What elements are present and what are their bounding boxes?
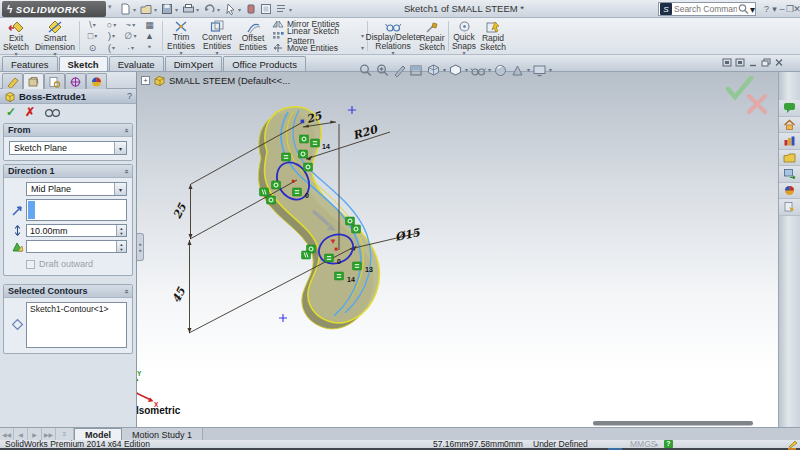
circle-tool[interactable]: ○▾ [107,20,116,30]
search-flyout-icon[interactable]: ▾ [750,4,755,15]
tab-dimxpert[interactable]: DimXpert [165,56,223,71]
solidworks-logo[interactable]: ϟSOLIDWORKS [2,1,106,17]
smart-dimension-flyout-icon[interactable]: ▾ [53,51,56,57]
display-style-flyout-icon[interactable]: ▾ [465,67,468,73]
view-settings-icon[interactable] [532,63,547,78]
rectangle-tool[interactable]: □▾ [88,31,97,41]
contour-listbox[interactable]: Sketch1-Contour<1> [26,302,127,348]
select-pointer-icon[interactable] [223,2,237,16]
logo-flyout-icon[interactable]: ▾ [108,3,112,11]
open-flyout-icon[interactable]: ▾ [154,6,157,13]
graphics-area[interactable]: 25 R20 Ø15 25 45 14 [137,72,778,427]
open-document-icon[interactable] [139,2,153,16]
trim-entities-button[interactable]: Trim Entities ▾ [164,18,198,54]
exit-sketch-flyout-icon[interactable]: ▾ [14,51,17,57]
file-properties-icon[interactable] [274,2,288,16]
from-select[interactable]: Sketch Plane▾ [9,141,127,155]
tab-dimxpertmanager[interactable] [65,73,86,89]
quick-snaps-flyout-icon[interactable]: ▾ [462,50,465,56]
sketch-picture-tool[interactable]: ▦ [145,20,154,30]
convert-flyout-icon[interactable]: ▾ [215,50,218,56]
close-button[interactable]: ✕ [793,2,800,15]
tab-configurationmanager[interactable] [44,73,65,89]
slot-tool[interactable]: ⊙ [89,43,97,53]
repair-sketch-button[interactable]: Repair Sketch [417,18,447,54]
search-input[interactable] [674,4,737,14]
tab-displaymanager[interactable] [86,73,107,89]
depth-spin-buttons[interactable]: ▴▾ [116,225,126,236]
doc-window-icon[interactable] [722,58,732,67]
resources-tab[interactable] [779,117,800,134]
direction-reference-field[interactable] [26,199,127,221]
pm-ok-button[interactable]: ✓ [6,105,16,119]
quick-snaps-button[interactable]: Quick Snaps ▾ [450,18,478,54]
tab-propertymanager[interactable] [23,73,44,89]
pm-cancel-button[interactable]: ✗ [25,105,35,119]
depth-spinner[interactable]: 10.00mm▴▾ [26,224,127,237]
polygon-tool[interactable]: ▲ [145,31,154,41]
options-icon[interactable] [259,2,273,16]
new-flyout-icon[interactable]: ▾ [133,6,136,13]
rebuild-icon[interactable] [244,2,258,16]
hide-show-items-icon[interactable] [470,63,486,78]
contour-item[interactable]: Sketch1-Contour<1> [30,304,108,314]
move-entities-flyout-icon[interactable]: ▾ [361,45,364,51]
dimension-label[interactable]: 45 [170,284,189,305]
linear-pattern-button[interactable]: Linear Sketch Pattern ▾ [272,31,364,42]
tab-features[interactable]: Features [2,56,58,71]
display-delete-relations-button[interactable]: Display/Delete Relations ▾ [369,18,417,54]
units-selector[interactable]: MMGS [630,440,656,448]
arc3pt-tool[interactable]: (▾ [108,43,115,53]
rapid-sketch-button[interactable]: Rapid Sketch [478,18,508,54]
edit-appearance-icon[interactable] [493,63,508,78]
offset-entities-button[interactable]: Offset Entities [236,18,270,54]
minimize-button[interactable]: – [778,2,786,15]
spline-tool[interactable]: ~▾ [126,20,135,30]
doc-close-icon[interactable] [774,58,784,67]
pm-preview-icon[interactable] [44,107,60,118]
confirm-cancel-icon[interactable] [749,96,765,112]
group-from-header[interactable]: From» [4,124,132,137]
undo-icon[interactable] [202,2,216,16]
tree-root-label[interactable]: SMALL STEEM (Default<<... [169,75,290,86]
linear-pattern-flyout-icon[interactable]: ▾ [361,33,364,39]
collapse-chevron-icon[interactable]: » [121,128,130,132]
status-help-icon[interactable]: ? [664,440,673,448]
exit-sketch-button[interactable]: Exit Sketch ▾ [0,18,32,54]
smart-dimension-button[interactable]: Smart Dimension ▾ [32,18,78,54]
doc-minimize-icon[interactable] [748,58,758,67]
print-flyout-icon[interactable]: ▾ [196,6,199,13]
select-flyout-icon[interactable]: ▾ [238,6,241,13]
draft-outward-checkbox[interactable] [26,260,35,269]
doc-window2-icon[interactable] [735,58,745,67]
search-icon[interactable] [737,3,750,15]
view-settings-flyout-icon[interactable]: ▾ [549,67,552,73]
file-explorer-tab[interactable] [779,150,800,167]
end-condition-select[interactable]: Mid Plane▾ [26,182,127,196]
view-orientation-flyout-icon[interactable]: ▾ [443,67,446,73]
forum-tab[interactable] [779,100,800,117]
end-condition-arrow-icon[interactable]: ▾ [114,183,126,195]
fillet-tool[interactable]: ·▾ [127,43,134,53]
custom-properties-tab[interactable] [779,199,800,216]
tab-sketch[interactable]: Sketch [59,56,108,71]
line-tool[interactable]: \▾ [89,20,96,30]
move-entities-button[interactable]: Move Entities ▾ [272,43,364,54]
dimension-label[interactable]: Ø15 [394,226,422,244]
undo-flyout-icon[interactable]: ▾ [217,6,220,13]
doc-restore-icon[interactable] [761,58,771,67]
zoom-area-icon[interactable] [375,63,390,78]
confirm-ok-icon[interactable] [728,78,751,97]
collapse-chevron-icon[interactable]: » [121,289,130,293]
tree-expander-icon[interactable]: + [141,76,150,85]
from-select-arrow-icon[interactable]: ▾ [114,142,126,154]
ellipse-tool[interactable]: ∅▾ [125,31,137,41]
tab-office-products[interactable]: Office Products [223,56,306,71]
display-relations-flyout-icon[interactable]: ▾ [391,50,394,56]
apply-scene-icon[interactable] [510,63,525,78]
convert-entities-button[interactable]: Convert Entities ▾ [198,18,236,54]
view-orientation-icon[interactable] [426,63,441,78]
props-flyout-icon[interactable]: ▾ [289,6,292,13]
new-document-icon[interactable] [118,2,132,16]
panel-collapse-handle[interactable]: ●● [137,233,144,261]
